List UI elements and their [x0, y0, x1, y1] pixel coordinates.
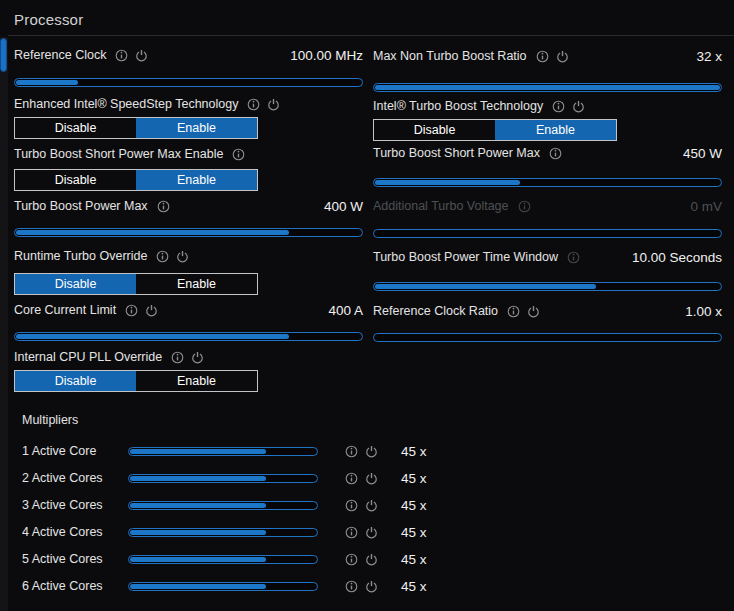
active-core-1-slider[interactable]: [128, 447, 318, 456]
info-icon[interactable]: [536, 50, 549, 63]
active-core-6-slider[interactable]: [128, 582, 318, 591]
info-icon[interactable]: [115, 49, 128, 62]
active-core-2-label: 2 Active Cores: [22, 471, 128, 485]
turbo-boost-short-power-max-value[interactable]: 450 W: [683, 146, 722, 161]
info-icon[interactable]: [552, 100, 565, 113]
core-current-limit-value[interactable]: 400 A: [328, 303, 363, 318]
runtime-turbo-enable-button[interactable]: Enable: [136, 274, 257, 294]
runtime-turbo-override-label: Runtime Turbo Override: [14, 249, 147, 263]
active-core-3-slider[interactable]: [128, 501, 318, 510]
turbo-boost-power-time-window-row: Turbo Boost Power Time Window 10.00 Seco…: [373, 247, 722, 267]
internal-cpu-pll-override-row: Internal CPU PLL Override: [14, 348, 363, 366]
multipliers-heading: Multipliers: [22, 413, 722, 427]
slider-fill: [130, 530, 266, 535]
active-core-5-row: 5 Active Cores 45 x: [14, 549, 722, 569]
info-icon[interactable]: [345, 499, 358, 512]
power-icon[interactable]: [267, 98, 280, 111]
active-core-1-label: 1 Active Core: [22, 444, 128, 458]
max-non-turbo-boost-ratio-slider[interactable]: [373, 83, 722, 92]
slider-fill: [130, 584, 266, 589]
turbo-boost-power-max-value[interactable]: 400 W: [324, 199, 363, 214]
power-icon[interactable]: [365, 553, 378, 566]
power-icon[interactable]: [135, 49, 148, 62]
runtime-turbo-disable-button[interactable]: Disable: [15, 274, 136, 294]
active-core-1-value[interactable]: 45 x: [401, 444, 427, 459]
turbo-boost-power-time-window-value[interactable]: 10.00 Seconds: [632, 250, 722, 265]
active-core-4-value[interactable]: 45 x: [401, 525, 427, 540]
info-icon[interactable]: [567, 251, 580, 264]
reference-clock-ratio-slider[interactable]: [373, 333, 722, 342]
additional-turbo-voltage-slider[interactable]: [373, 229, 722, 238]
power-icon[interactable]: [527, 305, 540, 318]
additional-turbo-voltage-row: Additional Turbo Voltage 0 mV: [373, 196, 722, 216]
slider-fill: [375, 284, 596, 289]
info-icon[interactable]: [345, 553, 358, 566]
active-core-6-value[interactable]: 45 x: [401, 579, 427, 594]
internal-cpu-pll-override-label: Internal CPU PLL Override: [14, 350, 162, 364]
additional-turbo-voltage-value: 0 mV: [690, 199, 722, 214]
power-icon[interactable]: [572, 100, 585, 113]
active-core-4-slider[interactable]: [128, 528, 318, 537]
reference-clock-ratio-label: Reference Clock Ratio: [373, 304, 498, 318]
turbo-boost-power-max-label: Turbo Boost Power Max: [14, 199, 148, 213]
slider-fill: [375, 85, 720, 90]
power-icon[interactable]: [556, 50, 569, 63]
power-icon[interactable]: [365, 472, 378, 485]
internal-cpu-pll-override-toggle: Disable Enable: [14, 370, 258, 392]
info-icon[interactable]: [171, 351, 184, 364]
active-core-5-slider[interactable]: [128, 555, 318, 564]
max-non-turbo-boost-ratio-row: Max Non Turbo Boost Ratio 32 x: [373, 46, 722, 66]
core-current-limit-row: Core Current Limit 400 A: [14, 300, 363, 320]
active-core-3-value[interactable]: 45 x: [401, 498, 427, 513]
turbo-boost-enable-button[interactable]: Enable: [495, 120, 616, 140]
info-icon[interactable]: [549, 147, 562, 160]
info-icon[interactable]: [125, 304, 138, 317]
reference-clock-slider[interactable]: [14, 78, 363, 87]
slider-fill: [130, 503, 266, 508]
speedstep-disable-button[interactable]: Disable: [15, 118, 136, 138]
info-icon[interactable]: [156, 250, 169, 263]
info-icon[interactable]: [345, 472, 358, 485]
power-icon[interactable]: [176, 250, 189, 263]
turbo-boost-disable-button[interactable]: Disable: [374, 120, 495, 140]
left-scrollbar-track[interactable]: [0, 37, 8, 611]
multipliers-section: Multipliers 1 Active Core 45 x 2 Active …: [8, 413, 734, 596]
power-icon[interactable]: [191, 351, 204, 364]
power-icon[interactable]: [365, 526, 378, 539]
speedstep-enable-button[interactable]: Enable: [136, 118, 257, 138]
power-icon[interactable]: [145, 304, 158, 317]
info-icon[interactable]: [518, 200, 531, 213]
turbo-boost-power-time-window-slider[interactable]: [373, 282, 722, 291]
scrollbar-thumb[interactable]: [0, 38, 7, 72]
core-current-limit-slider[interactable]: [14, 332, 363, 341]
info-icon[interactable]: [345, 526, 358, 539]
runtime-turbo-override-toggle: Disable Enable: [14, 273, 258, 295]
cpu-pll-enable-button[interactable]: Enable: [136, 371, 257, 391]
tbspme-enable-button[interactable]: Enable: [136, 170, 257, 190]
info-icon[interactable]: [345, 445, 358, 458]
reference-clock-label: Reference Clock: [14, 48, 106, 62]
info-icon[interactable]: [345, 580, 358, 593]
power-icon[interactable]: [365, 445, 378, 458]
reference-clock-value[interactable]: 100.00 MHz: [290, 48, 363, 63]
reference-clock-ratio-value[interactable]: 1.00 x: [685, 304, 722, 319]
turbo-boost-power-max-row: Turbo Boost Power Max 400 W: [14, 196, 363, 216]
max-non-turbo-boost-ratio-value[interactable]: 32 x: [696, 49, 722, 64]
turbo-boost-power-max-slider[interactable]: [14, 228, 363, 237]
info-icon[interactable]: [507, 305, 520, 318]
turbo-boost-short-power-max-row: Turbo Boost Short Power Max 450 W: [373, 143, 722, 163]
info-icon[interactable]: [157, 200, 170, 213]
info-icon[interactable]: [232, 148, 245, 161]
tbspme-disable-button[interactable]: Disable: [15, 170, 136, 190]
cpu-pll-disable-button[interactable]: Disable: [15, 371, 136, 391]
active-core-3-label: 3 Active Cores: [22, 498, 128, 512]
speedstep-row: Enhanced Intel® SpeedStep Technology: [14, 95, 363, 113]
power-icon[interactable]: [365, 580, 378, 593]
active-core-2-value[interactable]: 45 x: [401, 471, 427, 486]
active-core-5-value[interactable]: 45 x: [401, 552, 427, 567]
speedstep-toggle: Disable Enable: [14, 117, 258, 139]
power-icon[interactable]: [365, 499, 378, 512]
info-icon[interactable]: [247, 98, 260, 111]
active-core-2-slider[interactable]: [128, 474, 318, 483]
turbo-boost-short-power-max-slider[interactable]: [373, 178, 722, 187]
